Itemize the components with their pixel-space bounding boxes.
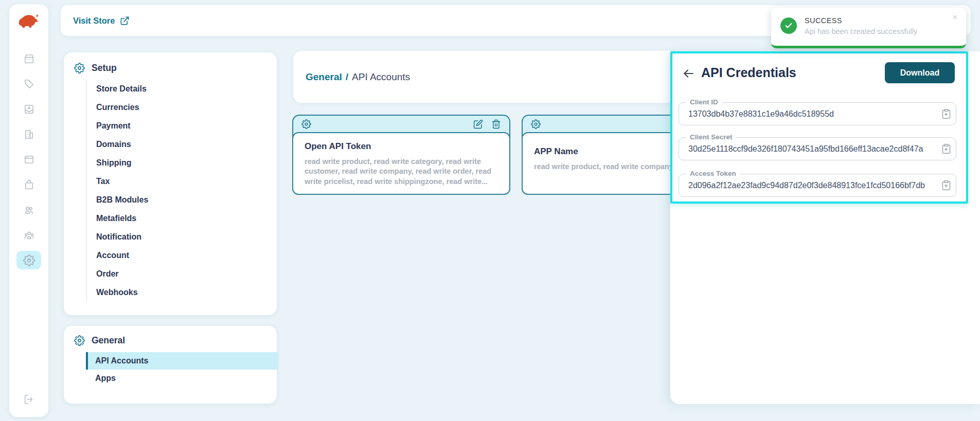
inbox-download-icon [23,103,35,115]
shopping-bag-icon [23,179,35,191]
sidebar-item-storefront[interactable] [16,49,41,68]
sidebar-item-order[interactable]: Order [87,265,277,283]
toast-close-button[interactable]: ✕ [951,13,959,22]
setup-menu-header: Setup [74,63,277,74]
sidebar-item-notification[interactable]: Notification [87,228,277,246]
panel-title: API Credentials [701,65,796,80]
token-card-title: Open API Token [305,141,499,152]
general-menu-list: API Accounts Apps [74,352,277,387]
breadcrumb-section[interactable]: General [306,71,342,83]
access-token-input[interactable] [679,174,956,196]
copy-clipboard-icon [941,143,952,154]
gear-icon [23,254,35,266]
setup-menu-title: Setup [92,63,117,74]
copy-client-id-button[interactable] [941,108,952,119]
sidebar-item-apps[interactable]: Apps [86,370,278,387]
access-token-field: Access Token [679,174,956,197]
access-token-label: Access Token [686,170,740,177]
sidebar-item-b2b-modules[interactable]: B2B Modules [87,191,277,209]
sidebar-item-store-details[interactable]: Store Details [87,80,277,98]
sidebar-item-account[interactable]: Account [87,246,277,265]
sidebar-item-webhooks[interactable]: Webhooks [87,283,277,302]
token-card-body: Open API Token read write product, read … [292,132,510,195]
delete-token-button[interactable] [491,119,501,129]
trash-icon [491,119,501,129]
gear-icon [74,335,85,346]
sidebar-item-team[interactable] [16,226,41,244]
sidebar-item-tax[interactable]: Tax [87,172,277,191]
sidebar-item-customers[interactable] [16,200,41,219]
toast-message: Api has been created successfully [805,27,917,35]
general-menu-card: General API Accounts Apps [64,326,277,404]
browser-window-icon [23,154,35,166]
edit-icon [473,119,483,129]
gear-icon [74,63,85,74]
sidebar-item-shipping[interactable]: Shipping [87,154,277,172]
users-icon [23,204,35,216]
toast-title: SUCCESS [805,16,917,25]
api-credentials-panel: API Credentials Download Client ID Clien… [670,51,980,404]
toast-texts: SUCCESS Api has been created successfull… [805,16,917,35]
copy-client-secret-button[interactable] [941,143,952,154]
sidebar-item-settings[interactable] [16,251,41,269]
general-menu-header: General [74,335,277,346]
visit-store-link[interactable]: Visit Store [73,16,130,26]
storefront-icon [23,53,35,65]
client-id-input[interactable] [679,103,956,125]
edit-token-button[interactable] [473,119,483,129]
breadcrumb-separator: / [346,71,348,83]
sidebar-item-pages[interactable] [16,150,41,169]
sidebar-item-orders[interactable] [16,100,41,118]
general-menu-title: General [92,335,125,346]
client-secret-label: Client Secret [686,133,736,141]
client-id-label: Client ID [686,98,722,106]
setup-menu-list: Store Details Currencies Payment Domains… [86,80,277,302]
copy-access-token-button[interactable] [941,180,952,191]
back-button[interactable] [682,67,695,80]
success-check-icon [780,17,797,34]
user-group-icon [23,229,35,241]
logout-button[interactable] [16,390,41,409]
sidebar-item-domains[interactable]: Domains [87,135,277,154]
gear-icon [301,119,311,129]
copy-clipboard-icon [941,108,952,119]
breadcrumb-card: General / API Accounts [293,51,677,103]
sidebar [9,4,48,417]
tag-icon [23,78,35,90]
rhino-logo [17,12,41,29]
token-card-scopes: read write product, read write category,… [305,157,499,187]
setup-menu-card: Setup Store Details Currencies Payment D… [64,52,277,315]
copy-clipboard-icon [941,180,952,191]
client-id-field: Client ID [679,102,956,125]
breadcrumb-page: API Accounts [352,71,410,83]
api-token-card: Open API Token read write product, read … [292,115,510,195]
success-toast: SUCCESS Api has been created successfull… [771,8,966,48]
client-secret-field: Client Secret [679,137,956,160]
sidebar-item-tag[interactable] [16,75,41,93]
building-icon [23,129,35,140]
arrow-left-icon [682,67,695,80]
sidebar-item-currencies[interactable]: Currencies [87,98,277,117]
logout-icon [23,394,34,405]
sidebar-item-payment[interactable]: Payment [87,117,277,135]
sidebar-item-api-accounts[interactable]: API Accounts [86,352,278,370]
sidebar-item-company[interactable] [16,125,41,143]
token-card-header [293,116,509,132]
visit-store-label: Visit Store [73,16,115,26]
sidebar-item-shop[interactable] [16,175,41,194]
download-button[interactable]: Download [885,62,955,83]
sidebar-item-metafields[interactable]: Metafields [87,209,277,228]
gear-icon [531,119,541,129]
external-link-icon [120,16,130,26]
sidebar-nav [16,49,41,276]
client-secret-input[interactable] [679,138,956,160]
